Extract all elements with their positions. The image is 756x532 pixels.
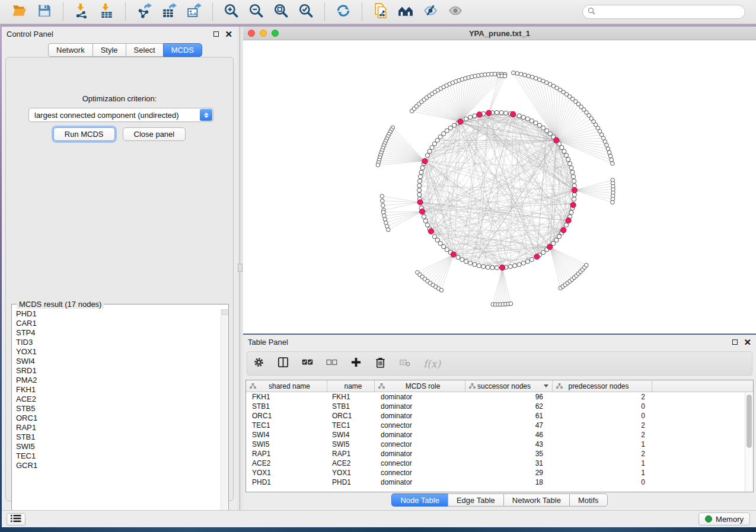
- gallery-button[interactable]: [393, 2, 418, 22]
- function-builder-button[interactable]: f(x): [423, 358, 441, 370]
- table-cell: 62: [465, 402, 553, 411]
- export-image-button[interactable]: [181, 2, 206, 22]
- float-panel-icon[interactable]: [732, 339, 738, 345]
- table-cell: ACE2: [327, 459, 375, 467]
- splitter-handle[interactable]: [238, 264, 243, 272]
- delete-table-button[interactable]: [399, 357, 410, 370]
- mcds-result-item[interactable]: SWI4: [12, 357, 221, 366]
- mcds-result-item[interactable]: PHD1: [12, 309, 221, 319]
- table-row[interactable]: ORC1ORC1dominator610: [246, 411, 745, 421]
- delete-column-button[interactable]: [375, 357, 386, 370]
- mcds-result-item[interactable]: FKH1: [12, 385, 221, 395]
- import-network-button[interactable]: [69, 2, 94, 22]
- control-panel-tabs: Network Style Select MCDS: [48, 43, 202, 57]
- table-cell: 31: [465, 459, 553, 467]
- list-icon: [11, 514, 21, 525]
- table-cell: FKH1: [246, 393, 327, 401]
- toolbar-separator: [125, 3, 126, 21]
- mcds-result-item[interactable]: STB1: [12, 432, 221, 442]
- close-panel-icon[interactable]: ✕: [744, 339, 751, 345]
- close-panel-button[interactable]: Close panel: [123, 127, 186, 141]
- table-cell: dominator: [375, 478, 465, 486]
- show-all-button[interactable]: [443, 2, 468, 22]
- tab-edge-table[interactable]: Edge Table: [448, 493, 503, 507]
- zoom-fit-button[interactable]: [269, 2, 294, 22]
- table-row[interactable]: YOX1YOX1connector291: [246, 468, 745, 477]
- mcds-result-title: MCDS result (17 nodes): [17, 300, 104, 309]
- show-log-button[interactable]: [7, 513, 25, 525]
- scrollbar-thumb[interactable]: [747, 395, 752, 448]
- trash-icon: [375, 357, 386, 370]
- table-row[interactable]: SWI5SWI5connector431: [246, 440, 745, 449]
- vertical-splitter[interactable]: [237, 27, 243, 510]
- tab-node-table[interactable]: Node Table: [391, 493, 448, 507]
- close-panel-icon[interactable]: ✕: [225, 31, 232, 37]
- mcds-result-item[interactable]: GCR1: [12, 461, 221, 470]
- column-header-shared-name[interactable]: shared name: [246, 380, 327, 392]
- column-header-predecessor-nodes[interactable]: predecessor nodes: [553, 380, 652, 392]
- mcds-result-item[interactable]: TEC1: [12, 451, 221, 461]
- export-network-button[interactable]: [132, 2, 157, 22]
- mcds-result-item[interactable]: SWI5: [12, 442, 221, 451]
- search-input[interactable]: [599, 8, 740, 16]
- tab-select[interactable]: Select: [126, 43, 163, 57]
- float-panel-icon[interactable]: [213, 31, 219, 37]
- mcds-result-box: MCDS result (17 nodes) PHD1CAR1STP4TID3Y…: [11, 304, 229, 523]
- tab-network-table[interactable]: Network Table: [503, 493, 569, 507]
- table-row[interactable]: STB1STB1dominator620: [246, 402, 745, 411]
- share-network-button[interactable]: [368, 2, 393, 22]
- mcds-result-item[interactable]: CAR1: [12, 319, 221, 328]
- export-table-button[interactable]: [157, 2, 181, 22]
- mcds-result-item[interactable]: ORC1: [12, 414, 221, 423]
- column-header-name[interactable]: name: [327, 380, 375, 392]
- network-titlebar[interactable]: YPA_prune.txt_1: [243, 27, 756, 40]
- hide-selected-button[interactable]: [418, 2, 443, 22]
- refresh-button[interactable]: [331, 2, 356, 22]
- toolbar-separator: [324, 3, 325, 21]
- mcds-result-list[interactable]: PHD1CAR1STP4TID3YOX1SWI4SRD1PMA2FKH1ACE2…: [12, 309, 221, 522]
- memory-button[interactable]: Memory: [698, 512, 750, 525]
- table-cell: PHD1: [327, 478, 375, 486]
- table-cell: STB1: [246, 402, 327, 411]
- save-session-button[interactable]: [32, 2, 57, 22]
- table-row[interactable]: FKH1FKH1dominator962: [246, 392, 745, 402]
- mcds-result-item[interactable]: RAP1: [12, 423, 221, 432]
- eye-icon: [448, 3, 463, 21]
- mcds-result-item[interactable]: SRD1: [12, 366, 221, 376]
- mcds-result-item[interactable]: ACE2: [12, 395, 221, 404]
- column-header-successor-nodes[interactable]: successor nodes: [465, 380, 553, 392]
- table-row[interactable]: ACE2ACE2connector311: [246, 459, 745, 468]
- column-header-mcds-role[interactable]: MCDS role: [375, 380, 465, 392]
- table-row[interactable]: PHD1PHD1dominator180: [246, 477, 745, 487]
- mcds-result-scrollbar[interactable]: [221, 309, 228, 522]
- table-scrollbar[interactable]: [745, 392, 753, 492]
- run-mcds-button[interactable]: Run MCDS: [53, 127, 115, 141]
- mcds-result-item[interactable]: YOX1: [12, 347, 221, 357]
- tab-network[interactable]: Network: [48, 43, 92, 57]
- optimization-criterion-select[interactable]: largest connected component (undirected): [28, 108, 213, 122]
- tab-mcds[interactable]: MCDS: [163, 43, 202, 57]
- zoom-out-button[interactable]: [244, 2, 269, 22]
- zoom-selected-button[interactable]: [294, 2, 318, 22]
- search-box[interactable]: [582, 5, 745, 19]
- table-row[interactable]: TEC1TEC1connector472: [246, 421, 745, 430]
- show-column-button[interactable]: [277, 357, 289, 370]
- add-column-button[interactable]: [350, 357, 362, 370]
- network-canvas[interactable]: [243, 40, 756, 334]
- zoom-in-button[interactable]: [219, 2, 244, 22]
- mcds-result-item[interactable]: TID3: [12, 338, 221, 347]
- select-all-button[interactable]: [302, 357, 313, 370]
- mcds-result-item[interactable]: STP4: [12, 328, 221, 338]
- table-row[interactable]: RAP1RAP1dominator352: [246, 449, 745, 459]
- deselect-all-button[interactable]: [326, 357, 337, 370]
- import-table-button[interactable]: [94, 2, 119, 22]
- table-row[interactable]: SWI4SWI4dominator462: [246, 430, 745, 440]
- table-options-button[interactable]: [253, 357, 264, 370]
- tab-motifs[interactable]: Motifs: [569, 493, 608, 507]
- mcds-result-item[interactable]: STB5: [12, 404, 221, 414]
- mcds-result-item[interactable]: PMA2: [12, 376, 221, 385]
- open-folder-icon: [12, 3, 27, 21]
- tab-style[interactable]: Style: [92, 43, 126, 57]
- gear-icon: [253, 357, 264, 370]
- open-session-button[interactable]: [7, 2, 32, 22]
